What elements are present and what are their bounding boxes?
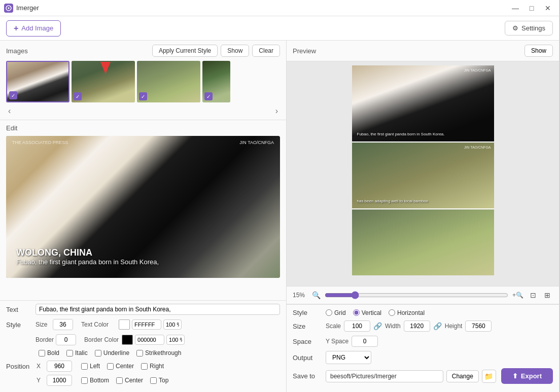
bottom-check-item[interactable]: Bottom (81, 377, 109, 384)
add-image-button[interactable]: + Add Image (6, 20, 61, 37)
save-path-input[interactable] (326, 370, 443, 382)
folder-button[interactable]: 📁 (482, 370, 496, 383)
size-link-icon[interactable]: 🔗 (433, 322, 442, 330)
bold-checkbox[interactable] (39, 350, 45, 357)
center-x-label: Center (116, 363, 134, 370)
center-y-checkbox[interactable] (116, 377, 123, 384)
scale-link-icon[interactable]: 🔗 (373, 322, 382, 330)
toolbar: + Add Image ⚙ Settings (0, 16, 559, 41)
strikethrough-checkbox-item[interactable]: Strikethrough (136, 349, 181, 357)
height-input[interactable] (465, 320, 492, 332)
top-checkbox[interactable] (150, 377, 157, 384)
preview-image-2: JIN TAO/CNFGA WOLONG, CHINA has been ada… (352, 142, 494, 208)
horizontal-radio-item[interactable]: Horizontal (389, 309, 425, 316)
right-checkbox[interactable] (141, 363, 148, 370)
position-x-row: Position X Left Center (6, 361, 280, 372)
center-y-label: Center (125, 377, 143, 384)
text-color-swatch[interactable] (119, 319, 130, 330)
change-button[interactable]: Change (446, 370, 479, 382)
border-color-pct[interactable] (166, 335, 185, 345)
top-label: Top (159, 377, 168, 384)
center-y-check-item[interactable]: Center (116, 377, 143, 384)
height-label: Height (445, 323, 463, 330)
border-color-swatch[interactable] (122, 335, 133, 345)
border-color-label: Border Color (84, 336, 120, 343)
zoom-in-icon[interactable]: +🔍 (512, 292, 523, 299)
right-check-item[interactable]: Right (141, 363, 164, 370)
clear-button[interactable]: Clear (252, 45, 280, 57)
preview-image-1: JIN TAO/CNFGA WOLONG, CHINA Fubao, the f… (352, 65, 494, 141)
vertical-radio[interactable] (353, 309, 360, 316)
fit-screen-button[interactable]: ⊡ (528, 290, 539, 301)
layout-button[interactable]: ⊞ (542, 290, 553, 301)
save-path-group: Change 📁 (326, 370, 496, 383)
canvas-watermark-tr: JIN TAO/CNFGA (239, 140, 274, 145)
position-x-checks: Left Center Right (81, 363, 164, 370)
bottom-checkbox[interactable] (81, 377, 88, 384)
left-checkbox[interactable] (81, 363, 88, 370)
folder-icon: 📁 (484, 372, 493, 380)
y-space-input[interactable] (352, 336, 378, 347)
settings-button[interactable]: ⚙ Settings (505, 21, 553, 35)
thumb-next-button[interactable]: › (273, 106, 280, 116)
plus-icon: + (14, 24, 18, 33)
settings-label: Settings (521, 24, 545, 32)
thumb-prev-button[interactable]: ‹ (6, 106, 13, 116)
edit-section: Edit THE ASSOCIATED PRESS JIN TAO/CNFGA … (0, 120, 286, 300)
border-input[interactable] (56, 334, 76, 345)
vertical-radio-item[interactable]: Vertical (353, 309, 381, 316)
text-input[interactable] (36, 304, 280, 315)
maximize-button[interactable]: □ (525, 3, 539, 14)
thumbnail-3[interactable]: ✓ (137, 61, 200, 102)
center-x-checkbox[interactable] (107, 363, 114, 370)
preview-text-2: WOLONG, CHINA has been adapting well to … (357, 142, 429, 203)
text-color-group: Text Color (81, 319, 182, 330)
preview-show-button[interactable]: Show (525, 45, 553, 57)
preview-sub-text-1: Fubao, the first giant panda born in Sou… (357, 132, 445, 136)
underline-checkbox-item[interactable]: Underline (95, 349, 129, 357)
horizontal-radio[interactable] (389, 309, 395, 316)
zoom-out-icon[interactable]: 🔍 (312, 291, 321, 299)
italic-checkbox-item[interactable]: Italic (66, 349, 88, 357)
y-input[interactable] (47, 375, 72, 386)
style-row: Style Size Text Color (6, 319, 280, 330)
canvas-sub-text: Fubao, the first giant panda born in Sou… (16, 258, 159, 266)
app-icon (4, 4, 13, 13)
grid-radio[interactable] (326, 309, 332, 316)
scale-label: Scale (326, 323, 341, 330)
grid-radio-item[interactable]: Grid (326, 309, 346, 316)
minimize-button[interactable]: — (508, 3, 522, 14)
border-color-hex[interactable] (135, 335, 164, 345)
underline-checkbox[interactable] (95, 350, 101, 357)
close-button[interactable]: ✕ (541, 3, 555, 14)
top-check-item[interactable]: Top (150, 377, 168, 384)
text-field-section: Text Style Size Text Color (0, 300, 286, 392)
strikethrough-checkbox[interactable] (136, 350, 143, 357)
images-show-button[interactable]: Show (221, 45, 249, 57)
left-check-item[interactable]: Left (81, 363, 100, 370)
space-setting-row: Space Y Space (293, 336, 553, 347)
text-color-hex[interactable] (132, 319, 161, 330)
export-button[interactable]: ⬆ Export (501, 368, 553, 384)
thumb-check-1: ✓ (9, 91, 17, 99)
x-input[interactable] (47, 361, 72, 372)
size-input[interactable] (53, 319, 73, 330)
apply-current-style-button[interactable]: Apply Current Style (152, 45, 218, 57)
preview-image-3 (352, 209, 494, 275)
zoom-slider[interactable] (325, 291, 508, 299)
italic-checkbox[interactable] (66, 350, 73, 357)
center-x-check-item[interactable]: Center (107, 363, 134, 370)
bold-checkbox-item[interactable]: Bold (39, 349, 59, 357)
style-checkboxes: Bold Italic Underline Strikethrough (6, 349, 280, 357)
preview-canvas[interactable]: JIN TAO/CNFGA WOLONG, CHINA Fubao, the f… (287, 61, 559, 286)
left-label: Left (90, 363, 100, 370)
scale-input[interactable] (344, 320, 370, 332)
width-input[interactable] (404, 320, 430, 332)
text-color-pct[interactable] (163, 319, 182, 330)
settings-bottom: Style Grid Vertical Horizontal (287, 304, 559, 392)
style-setting-label: Style (293, 309, 321, 316)
thumbnail-1[interactable]: ✓ (6, 61, 69, 102)
thumbnail-4[interactable]: ✓ (202, 61, 230, 102)
output-select[interactable]: PNG JPG WEBP (326, 351, 371, 364)
y-space-label: Y Space (326, 338, 348, 345)
